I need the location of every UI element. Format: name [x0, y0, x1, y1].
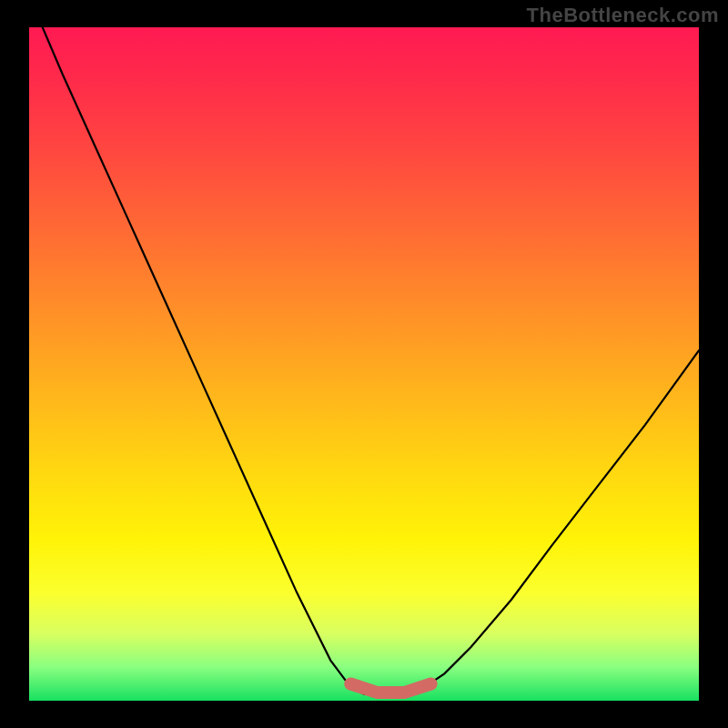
chart-frame: TheBottleneck.com: [0, 0, 728, 728]
plot-area: [29, 27, 699, 701]
bottleneck-curve-line: [43, 27, 699, 694]
watermark-text: TheBottleneck.com: [527, 4, 719, 27]
chart-svg: [29, 27, 699, 701]
bottom-highlight-line: [350, 684, 430, 693]
